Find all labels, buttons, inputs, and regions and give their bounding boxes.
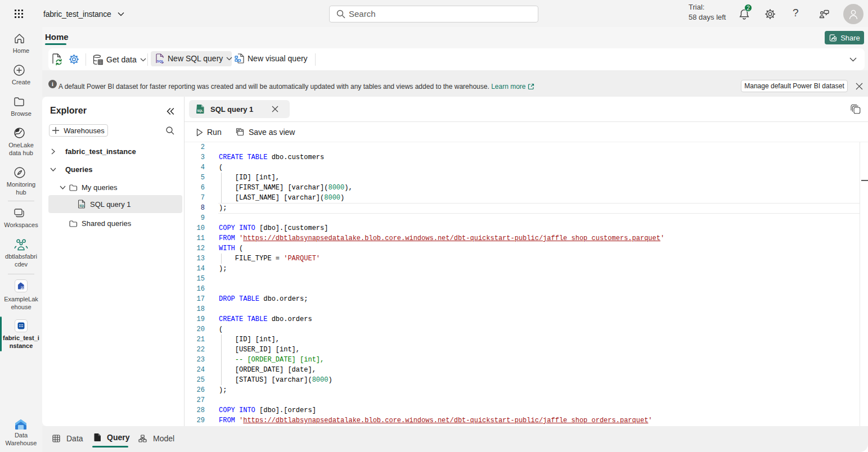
svg-text:SQL: SQL xyxy=(197,109,203,112)
svg-text:SQL: SQL xyxy=(157,60,164,63)
svg-text:SQL: SQL xyxy=(79,205,85,207)
svg-text:i: i xyxy=(52,81,53,87)
